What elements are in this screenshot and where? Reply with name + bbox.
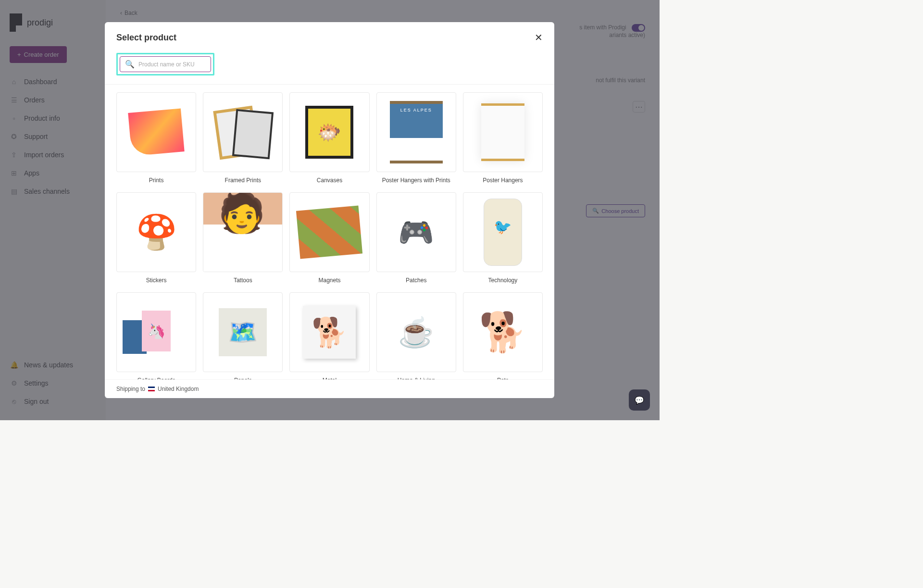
product-category-card[interactable]: Poster Hangers [463,92,543,186]
chat-icon: 💬 [635,396,644,405]
product-category-thumbnail [116,292,196,372]
search-icon: 🔍 [125,60,135,69]
product-category-label: Canvases [289,172,369,186]
shipping-country[interactable]: United Kingdom [158,386,199,392]
modal-header: Select product ✕ [105,22,554,53]
product-category-card[interactable]: ☕Home & Living [376,292,456,379]
close-icon: ✕ [535,32,543,43]
uk-flag-icon [148,387,155,391]
product-category-label: Patches [376,272,456,286]
product-category-thumbnail [376,92,456,172]
product-category-thumbnail [463,192,543,272]
product-category-label: Gallery Boards [116,372,196,379]
product-category-label: Pets [463,372,543,379]
product-category-thumbnail: ☕ [376,292,456,372]
product-category-label: Home & Living [376,372,456,379]
product-category-card[interactable]: 🎮Patches [376,192,456,286]
product-category-label: Tattoos [203,272,283,286]
product-category-thumbnail [203,192,283,272]
search-row: 🔍 [105,53,554,85]
product-category-label: Metal [289,372,369,379]
product-category-thumbnail: 🐕 [289,292,369,372]
product-category-card[interactable]: Gallery Boards [116,292,196,379]
product-category-label: Framed Prints [203,172,283,186]
product-category-thumbnail: 🎮 [376,192,456,272]
product-category-label: Magnets [289,272,369,286]
product-category-card[interactable]: Magnets [289,192,369,286]
shipping-prefix: Shipping to [116,386,145,392]
product-category-label: Poster Hangers [463,172,543,186]
product-category-thumbnail [116,92,196,172]
product-category-thumbnail: 🗺️ [203,292,283,372]
product-category-thumbnail [289,192,369,272]
select-product-modal: Select product ✕ 🔍 PrintsFramed PrintsCa… [105,22,554,398]
product-category-thumbnail: 🍄 [116,192,196,272]
modal-title: Select product [116,33,176,43]
product-category-thumbnail [289,92,369,172]
product-category-label: Stickers [116,272,196,286]
product-category-thumbnail: 🐕 [463,292,543,372]
search-highlight: 🔍 [116,53,214,75]
product-grid: PrintsFramed PrintsCanvasesPoster Hanger… [116,92,543,379]
chat-button[interactable]: 💬 [629,389,650,411]
close-button[interactable]: ✕ [535,32,543,43]
product-category-card[interactable]: Poster Hangers with Prints [376,92,456,186]
search-input[interactable] [138,61,206,68]
product-category-card[interactable]: 🗺️Panels [203,292,283,379]
product-category-card[interactable]: Canvases [289,92,369,186]
product-category-card[interactable]: Technology [463,192,543,286]
modal-footer: Shipping to United Kingdom [105,379,554,398]
product-category-label: Prints [116,172,196,186]
product-category-label: Poster Hangers with Prints [376,172,456,186]
product-category-card[interactable]: 🍄Stickers [116,192,196,286]
product-category-card[interactable]: 🐕Metal [289,292,369,379]
product-category-label: Panels [203,372,283,379]
product-category-card[interactable]: Tattoos [203,192,283,286]
modal-body[interactable]: PrintsFramed PrintsCanvasesPoster Hanger… [105,85,554,379]
product-category-label: Technology [463,272,543,286]
product-category-thumbnail [463,92,543,172]
product-category-card[interactable]: Prints [116,92,196,186]
product-category-card[interactable]: Framed Prints [203,92,283,186]
product-category-card[interactable]: 🐕Pets [463,292,543,379]
search-field[interactable]: 🔍 [120,56,211,72]
product-category-thumbnail [203,92,283,172]
